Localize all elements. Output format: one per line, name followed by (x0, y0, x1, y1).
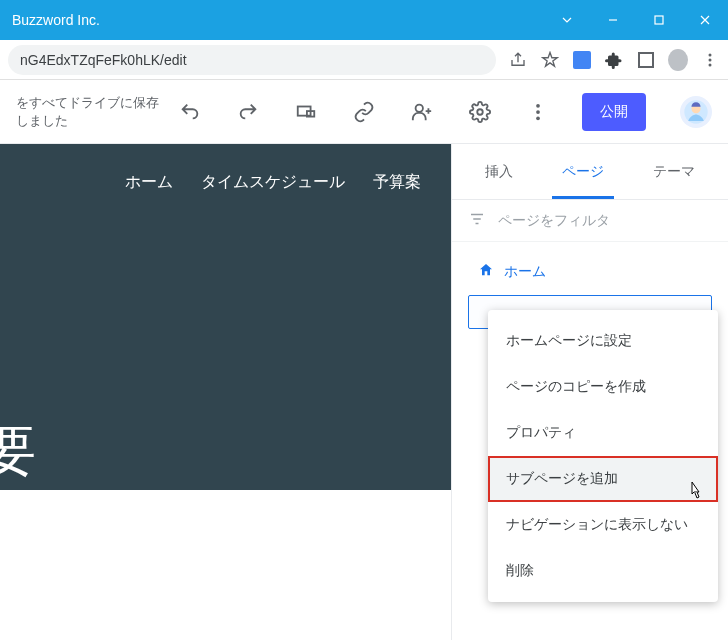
panel-tabs: 挿入 ページ テーマ (452, 144, 728, 200)
nav-item[interactable]: 予算案 (373, 172, 421, 193)
url-input[interactable] (8, 45, 496, 75)
canvas-body[interactable] (0, 490, 451, 640)
filter-placeholder: ページをフィルタ (498, 212, 610, 230)
tab-theme[interactable]: テーマ (649, 147, 699, 197)
site-nav: ホーム タイムスケジュール 予算案 (0, 144, 451, 193)
redo-button[interactable] (228, 92, 268, 132)
profile-icon[interactable] (668, 50, 688, 70)
svg-point-4 (709, 63, 712, 66)
home-icon (478, 262, 494, 281)
nav-item[interactable]: ホーム (125, 172, 173, 193)
puzzle-icon[interactable] (604, 50, 624, 70)
svg-point-3 (709, 58, 712, 61)
menu-add-subpage[interactable]: サブページを追加 (488, 456, 718, 502)
close-button[interactable] (682, 0, 728, 40)
window-title: Buzzword Inc. (12, 12, 544, 28)
page-label: ホーム (504, 263, 546, 281)
tab-pages[interactable]: ページ (558, 147, 608, 197)
publish-button[interactable]: 公開 (582, 93, 646, 131)
window-dropdown-icon[interactable] (544, 0, 590, 40)
browser-urlbar (0, 40, 728, 80)
svg-point-10 (536, 110, 540, 114)
cursor-icon (686, 480, 704, 506)
svg-point-9 (536, 103, 540, 107)
link-button[interactable] (344, 92, 384, 132)
page-filter[interactable]: ページをフィルタ (452, 200, 728, 242)
menu-properties[interactable]: プロパティ (488, 410, 718, 456)
maximize-button[interactable] (636, 0, 682, 40)
svg-point-8 (477, 109, 483, 115)
share-icon[interactable] (508, 50, 528, 70)
svg-point-2 (709, 53, 712, 56)
panel-icon[interactable] (636, 50, 656, 70)
nav-item[interactable]: タイムスケジュール (201, 172, 345, 193)
svg-point-7 (416, 104, 423, 111)
editor-toolbar: をすべてドライブに保存しました 公開 (0, 80, 728, 144)
filter-icon (468, 210, 486, 231)
extension-icon[interactable] (572, 50, 592, 70)
menu-delete[interactable]: 削除 (488, 548, 718, 594)
save-status: をすべてドライブに保存しました (16, 94, 170, 130)
undo-button[interactable] (170, 92, 210, 132)
page-context-menu: ホームページに設定 ページのコピーを作成 プロパティ サブページを追加 ナビゲー… (488, 310, 718, 602)
browser-menu-icon[interactable] (700, 50, 720, 70)
minimize-button[interactable] (590, 0, 636, 40)
star-icon[interactable] (540, 50, 560, 70)
window-controls (544, 0, 728, 40)
page-item-home[interactable]: ホーム (468, 260, 712, 283)
more-button[interactable] (518, 92, 558, 132)
editor-canvas[interactable]: ホーム タイムスケジュール 予算案 要 (0, 144, 452, 640)
page-title[interactable]: 要 (0, 414, 38, 490)
svg-point-11 (536, 116, 540, 120)
preview-button[interactable] (286, 92, 326, 132)
user-avatar[interactable] (680, 96, 712, 128)
svg-rect-1 (655, 16, 663, 24)
menu-copy-page[interactable]: ページのコピーを作成 (488, 364, 718, 410)
menu-set-homepage[interactable]: ホームページに設定 (488, 318, 718, 364)
settings-button[interactable] (460, 92, 500, 132)
window-titlebar: Buzzword Inc. (0, 0, 728, 40)
add-collaborator-button[interactable] (402, 92, 442, 132)
tab-insert[interactable]: 挿入 (481, 147, 517, 197)
menu-hide-navigation[interactable]: ナビゲーションに表示しない (488, 502, 718, 548)
